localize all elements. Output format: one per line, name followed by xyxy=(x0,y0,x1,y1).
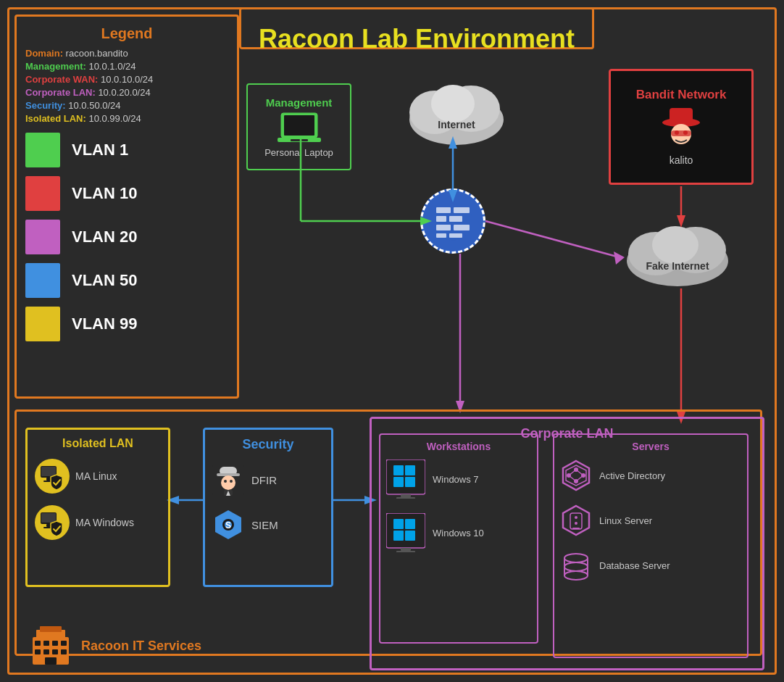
windows10-label: Windows 10 xyxy=(433,528,484,538)
bandit-title: Bandit Network xyxy=(636,88,727,102)
vlan-label: VLAN 1 xyxy=(72,141,128,159)
legend-wan: Corporate WAN: 10.0.10.0/24 xyxy=(25,74,228,85)
vlan-row: VLAN 50 xyxy=(25,263,228,298)
svg-point-105 xyxy=(575,522,577,525)
security-box: Security DFIR S xyxy=(203,428,333,587)
svg-rect-115 xyxy=(35,641,41,646)
windows7-row: Windows 7 xyxy=(386,459,531,499)
laptop-icon xyxy=(278,112,321,144)
ma-linux-label: MA Linux xyxy=(75,470,117,482)
svg-line-100 xyxy=(569,475,576,481)
firewall xyxy=(420,188,485,254)
database-server-icon xyxy=(560,549,592,581)
fake-internet-cloud: Fake Internet xyxy=(616,210,739,290)
svg-point-104 xyxy=(575,516,577,519)
svg-point-67 xyxy=(230,480,233,483)
legend-box: Legend Domain: racoon.bandito Management… xyxy=(14,14,239,399)
legend-iso: Isolated LAN: 10.0.99.0/24 xyxy=(25,113,228,124)
svg-rect-24 xyxy=(671,130,691,136)
svg-rect-20 xyxy=(670,108,693,122)
svg-rect-79 xyxy=(393,465,404,475)
svg-point-17 xyxy=(652,226,698,264)
it-services-label: Racoon IT Services xyxy=(81,639,201,654)
svg-text:Internet: Internet xyxy=(438,119,475,130)
windows7-icon xyxy=(386,459,425,499)
windows10-icon xyxy=(386,513,425,552)
vlan-color-box xyxy=(25,263,60,298)
servers-box: Servers Active Directory xyxy=(553,433,748,658)
vlan-label: VLAN 20 xyxy=(72,228,137,246)
ma-windows-row: MA Windows xyxy=(35,505,161,540)
vlan-color-box xyxy=(25,220,60,254)
svg-rect-81 xyxy=(393,477,404,487)
isolated-lan-box: Isolated LAN MA Linux MA Windows xyxy=(25,428,170,587)
svg-rect-74 xyxy=(227,512,230,515)
svg-rect-29 xyxy=(449,216,462,222)
legend-title: Legend xyxy=(25,25,228,42)
legend-lan: Corporate LAN: 10.0.20.0/24 xyxy=(25,87,228,98)
vlan-row: VLAN 99 xyxy=(25,307,228,341)
vlan-label: VLAN 99 xyxy=(72,315,137,333)
svg-rect-6 xyxy=(284,115,314,136)
vlan-row: VLAN 10 xyxy=(25,176,228,211)
vlan-label: VLAN 50 xyxy=(72,271,137,290)
svg-rect-88 xyxy=(393,531,404,541)
servers-title: Servers xyxy=(560,441,741,452)
svg-rect-32 xyxy=(436,233,446,238)
vlan-label: VLAN 10 xyxy=(72,184,137,203)
vlan-color-box xyxy=(25,176,60,211)
svg-line-101 xyxy=(569,470,576,475)
svg-rect-0 xyxy=(25,133,60,167)
ma-windows-icon xyxy=(35,505,70,540)
page-title: Racoon Lab Environment xyxy=(259,24,575,54)
linux-server-row: Linux Server xyxy=(560,504,741,536)
svg-rect-90 xyxy=(401,548,411,551)
svg-rect-123 xyxy=(45,657,57,665)
management-label: Management xyxy=(266,96,333,109)
bandit-host: kalito xyxy=(670,154,693,166)
svg-point-107 xyxy=(564,554,588,562)
svg-rect-2 xyxy=(25,220,60,254)
svg-rect-59 xyxy=(41,513,56,523)
legend-mgmt: Management: 10.0.1.0/24 xyxy=(25,61,228,72)
svg-rect-31 xyxy=(454,225,470,230)
svg-rect-4 xyxy=(25,307,60,341)
svg-rect-80 xyxy=(405,465,415,475)
svg-rect-84 xyxy=(396,497,415,499)
svg-rect-122 xyxy=(61,649,67,654)
bandit-box: Bandit Network kalito xyxy=(609,69,754,185)
svg-rect-86 xyxy=(393,519,404,529)
title-border: Racoon Lab Environment xyxy=(239,7,594,49)
firewall-icon xyxy=(433,201,472,241)
dfir-label: DFIR xyxy=(251,474,277,486)
svg-text:Fake Internet: Fake Internet xyxy=(646,260,709,272)
vlan-row: VLAN 1 xyxy=(25,133,228,167)
dfir-icon xyxy=(212,464,244,496)
management-sublabel: Personal Laptop xyxy=(264,147,333,158)
database-server-label: Database Server xyxy=(599,560,670,571)
svg-rect-87 xyxy=(405,519,415,529)
svg-point-12 xyxy=(431,85,475,122)
svg-rect-30 xyxy=(436,225,451,230)
svg-rect-106 xyxy=(572,528,580,529)
internet-cloud: Internet xyxy=(399,69,514,149)
svg-rect-1 xyxy=(25,176,60,211)
svg-line-98 xyxy=(576,470,583,475)
active-directory-icon xyxy=(560,459,592,491)
svg-rect-114 xyxy=(40,626,62,632)
siem-row: S SIEM xyxy=(212,509,324,541)
svg-text:S: S xyxy=(225,520,231,531)
ma-linux-row: MA Linux xyxy=(35,459,161,494)
svg-point-108 xyxy=(564,562,588,571)
security-title: Security xyxy=(212,437,324,452)
svg-rect-27 xyxy=(454,207,470,213)
linux-server-label: Linux Server xyxy=(599,515,652,526)
svg-point-109 xyxy=(564,571,588,580)
svg-rect-77 xyxy=(238,523,241,526)
hacker-icon xyxy=(659,107,703,150)
vlan-rows: VLAN 1 VLAN 10 VLAN 20 VLAN 50 VLAN 99 xyxy=(25,133,228,341)
dfir-row: DFIR xyxy=(212,464,324,496)
windows10-row: Windows 10 xyxy=(386,513,531,552)
svg-rect-76 xyxy=(215,523,219,526)
vlan-row: VLAN 20 xyxy=(25,220,228,254)
